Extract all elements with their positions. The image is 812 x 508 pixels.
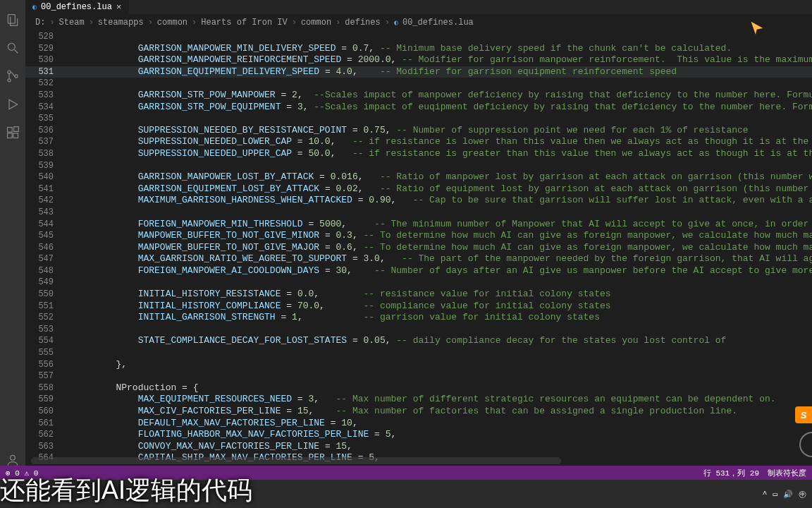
code-content[interactable] bbox=[66, 78, 812, 90]
code-line[interactable]: 560 MAX_CIV_FACTORIES_PER_LINE = 15, -- … bbox=[25, 406, 812, 418]
code-content[interactable]: STATE_COMPLIANCE_DECAY_FOR_LOST_STATES =… bbox=[66, 335, 812, 347]
code-content[interactable]: GARRISON_EQUIPMENT_LOST_BY_ATTACK = 0.02… bbox=[66, 183, 812, 195]
code-line[interactable]: 528 bbox=[25, 31, 812, 43]
code-line[interactable]: 547 MAX_GARRISON_RATIO_WE_AGREE_TO_SUPPO… bbox=[25, 253, 812, 265]
code-content[interactable]: MAX_CIV_FACTORIES_PER_LINE = 15, -- Max … bbox=[66, 406, 812, 418]
system-tray[interactable]: ^ ▭ 🔊 ㊥ bbox=[763, 489, 806, 500]
code-content[interactable]: SUPPRESSION_NEEDED_LOWER_CAP = 10.0, -- … bbox=[66, 136, 812, 148]
code-line[interactable]: 550 INITIAL_HISTORY_RESISTANCE = 0.0, --… bbox=[25, 289, 812, 301]
code-line[interactable]: 552 INITIAL_GARRISON_STRENGTH = 1, -- ga… bbox=[25, 312, 812, 324]
code-content[interactable]: DEFAULT_MAX_NAV_FACTORIES_PER_LINE = 10, bbox=[66, 418, 812, 430]
code-line[interactable]: 554 STATE_COMPLIANCE_DECAY_FOR_LOST_STAT… bbox=[25, 335, 812, 347]
code-content[interactable]: GARRISON_EQUIPMENT_DELIVERY_SPEED = 4.0,… bbox=[66, 66, 812, 78]
code-content[interactable] bbox=[66, 324, 812, 336]
code-content[interactable]: INITIAL_HISTORY_COMPLIANCE = 70.0, -- co… bbox=[66, 301, 812, 313]
code-content[interactable]: MANPOWER_BUFFER_TO_NOT_GIVE_MAJOR = 0.6,… bbox=[66, 242, 812, 254]
code-content[interactable]: GARRISON_MANPOWER_LOST_BY_ATTACK = 0.016… bbox=[66, 171, 812, 183]
code-content[interactable]: MAX_GARRISON_RATIO_WE_AGREE_TO_SUPPORT =… bbox=[66, 253, 812, 265]
code-line[interactable]: 548 FOREIGN_MANPOWER_AI_COOLDOWN_DAYS = … bbox=[25, 265, 812, 277]
breadcrumb-segment[interactable]: common bbox=[301, 18, 331, 28]
breadcrumb-segment[interactable]: defines bbox=[345, 18, 380, 28]
code-content[interactable]: MAX_EQUIPMENT_RESOURCES_NEED = 3, -- Max… bbox=[66, 394, 812, 406]
code-content[interactable]: SUPPRESSION_NEEDED_BY_RESISTANCE_POINT =… bbox=[66, 125, 812, 137]
code-content[interactable]: NProduction = { bbox=[66, 382, 812, 394]
tray-ime-icon[interactable]: ㊥ bbox=[799, 489, 806, 500]
breadcrumb-file[interactable]: 00_defines.lua bbox=[402, 18, 474, 28]
code-content[interactable] bbox=[66, 207, 812, 219]
source-control-icon[interactable] bbox=[3, 66, 23, 86]
code-content[interactable] bbox=[66, 160, 812, 172]
code-line[interactable]: 558 NProduction = { bbox=[25, 382, 812, 394]
code-line[interactable]: 549 bbox=[25, 277, 812, 289]
code-content[interactable] bbox=[66, 31, 812, 43]
code-line[interactable]: 544 FOREIGN_MANPOWER_MIN_THRESHOLD = 500… bbox=[25, 219, 812, 231]
code-content[interactable] bbox=[66, 277, 812, 289]
search-icon[interactable] bbox=[3, 38, 23, 58]
code-content[interactable] bbox=[66, 347, 812, 359]
code-content[interactable]: GARRISON_STR_POW_EQUIPMENT = 3, --Scales… bbox=[66, 102, 812, 114]
code-line[interactable]: 562 FLOATING_HARBOR_MAX_NAV_FACTORIES_PE… bbox=[25, 429, 812, 441]
code-line[interactable]: 551 INITIAL_HISTORY_COMPLIANCE = 70.0, -… bbox=[25, 301, 812, 313]
code-line[interactable]: 538 SUPPRESSION_NEEDED_UPPER_CAP = 50.0,… bbox=[25, 148, 812, 160]
close-icon[interactable]: × bbox=[116, 2, 122, 13]
code-line[interactable]: 534 GARRISON_STR_POW_EQUIPMENT = 3, --Sc… bbox=[25, 102, 812, 114]
code-line[interactable]: 559 MAX_EQUIPMENT_RESOURCES_NEED = 3, --… bbox=[25, 394, 812, 406]
code-line[interactable]: 540 GARRISON_MANPOWER_LOST_BY_ATTACK = 0… bbox=[25, 171, 812, 183]
code-line[interactable]: 545 MANPOWER_BUFFER_TO_NOT_GIVE_MINOR = … bbox=[25, 230, 812, 242]
line-number: 555 bbox=[25, 347, 66, 359]
tray-speaker-icon[interactable]: 🔊 bbox=[783, 490, 793, 499]
code-line[interactable]: 532 bbox=[25, 78, 812, 90]
horizontal-scrollbar[interactable] bbox=[31, 457, 561, 464]
code-line[interactable]: 539 bbox=[25, 160, 812, 172]
code-line[interactable]: 561 DEFAULT_MAX_NAV_FACTORIES_PER_LINE =… bbox=[25, 418, 812, 430]
code-line[interactable]: 535 bbox=[25, 113, 812, 125]
code-content[interactable]: FOREIGN_MANPOWER_AI_COOLDOWN_DAYS = 30, … bbox=[66, 265, 812, 277]
code-content[interactable]: CONVOY_MAX_NAV_FACTORIES_PER_LINE = 15, bbox=[66, 441, 812, 453]
code-content[interactable]: MAXIMUM_GARRISON_HARDNESS_WHEN_ATTACKED … bbox=[66, 195, 812, 207]
code-line[interactable]: 563 CONVOY_MAX_NAV_FACTORIES_PER_LINE = … bbox=[25, 441, 812, 453]
status-ln-col[interactable]: 行 531，列 29 bbox=[703, 468, 759, 478]
code-content[interactable]: SUPPRESSION_NEEDED_UPPER_CAP = 50.0, -- … bbox=[66, 148, 812, 160]
breadcrumb-segment[interactable]: D: bbox=[35, 18, 45, 28]
breadcrumb-segment[interactable]: Hearts of Iron IV bbox=[201, 18, 287, 28]
code-line[interactable]: 555 bbox=[25, 347, 812, 359]
code-content[interactable] bbox=[66, 370, 812, 382]
code-content[interactable]: FLOATING_HARBOR_MAX_NAV_FACTORIES_PER_LI… bbox=[66, 429, 812, 441]
code-line[interactable]: 543 bbox=[25, 207, 812, 219]
breadcrumbs[interactable]: D:›Steam›steamapps›common›Hearts of Iron… bbox=[25, 14, 812, 31]
code-line[interactable]: 556 }, bbox=[25, 359, 812, 371]
breadcrumb-segment[interactable]: common bbox=[157, 18, 187, 28]
code-line[interactable]: 529 GARRISON_MANPOWER_MIN_DELIVERY_SPEED… bbox=[25, 43, 812, 55]
code-line[interactable]: 553 bbox=[25, 324, 812, 336]
sogou-ime-badge[interactable]: S bbox=[795, 406, 812, 423]
code-content[interactable]: GARRISON_MANPOWER_MIN_DELIVERY_SPEED = 0… bbox=[66, 43, 812, 55]
code-line[interactable]: 541 GARRISON_EQUIPMENT_LOST_BY_ATTACK = … bbox=[25, 183, 812, 195]
tab-active[interactable]: ◐ 00_defines.lua × bbox=[25, 0, 129, 14]
extensions-icon[interactable] bbox=[3, 123, 23, 143]
tray-chevron-icon[interactable]: ^ bbox=[763, 490, 768, 498]
code-content[interactable]: GARRISON_MANPOWER_REINFORCEMENT_SPEED = … bbox=[66, 54, 812, 66]
code-content[interactable]: GARRISON_STR_POW_MANPOWER = 2, --Scales … bbox=[66, 90, 812, 102]
breadcrumb-segment[interactable]: Steam bbox=[59, 18, 85, 28]
code-line[interactable]: 557 bbox=[25, 370, 812, 382]
code-line[interactable]: 536 SUPPRESSION_NEEDED_BY_RESISTANCE_POI… bbox=[25, 125, 812, 137]
code-line[interactable]: 533 GARRISON_STR_POW_MANPOWER = 2, --Sca… bbox=[25, 90, 812, 102]
breadcrumb-segment[interactable]: steamapps bbox=[98, 18, 144, 28]
code-content[interactable]: MANPOWER_BUFFER_TO_NOT_GIVE_MINOR = 0.3,… bbox=[66, 230, 812, 242]
code-line[interactable]: 531 GARRISON_EQUIPMENT_DELIVERY_SPEED = … bbox=[25, 66, 812, 78]
run-debug-icon[interactable] bbox=[3, 95, 23, 114]
tray-network-icon[interactable]: ▭ bbox=[773, 490, 777, 499]
code-editor[interactable]: 528 529 GARRISON_MANPOWER_MIN_DELIVERY_S… bbox=[25, 31, 812, 466]
status-problems[interactable]: ⊗ 0 ⚠ 0 bbox=[6, 468, 38, 478]
code-line[interactable]: 542 MAXIMUM_GARRISON_HARDNESS_WHEN_ATTAC… bbox=[25, 195, 812, 207]
code-line[interactable]: 537 SUPPRESSION_NEEDED_LOWER_CAP = 10.0,… bbox=[25, 136, 812, 148]
code-content[interactable]: INITIAL_GARRISON_STRENGTH = 1, -- garris… bbox=[66, 312, 812, 324]
code-content[interactable]: INITIAL_HISTORY_RESISTANCE = 0.0, -- res… bbox=[66, 289, 812, 301]
status-tabsize[interactable]: 制表符长度 bbox=[768, 468, 806, 478]
code-content[interactable] bbox=[66, 113, 812, 125]
code-content[interactable]: }, bbox=[66, 359, 812, 371]
code-line[interactable]: 546 MANPOWER_BUFFER_TO_NOT_GIVE_MAJOR = … bbox=[25, 242, 812, 254]
code-content[interactable]: FOREIGN_MANPOWER_MIN_THRESHOLD = 5000, -… bbox=[66, 219, 812, 231]
code-line[interactable]: 530 GARRISON_MANPOWER_REINFORCEMENT_SPEE… bbox=[25, 54, 812, 66]
explorer-icon[interactable] bbox=[3, 10, 23, 30]
